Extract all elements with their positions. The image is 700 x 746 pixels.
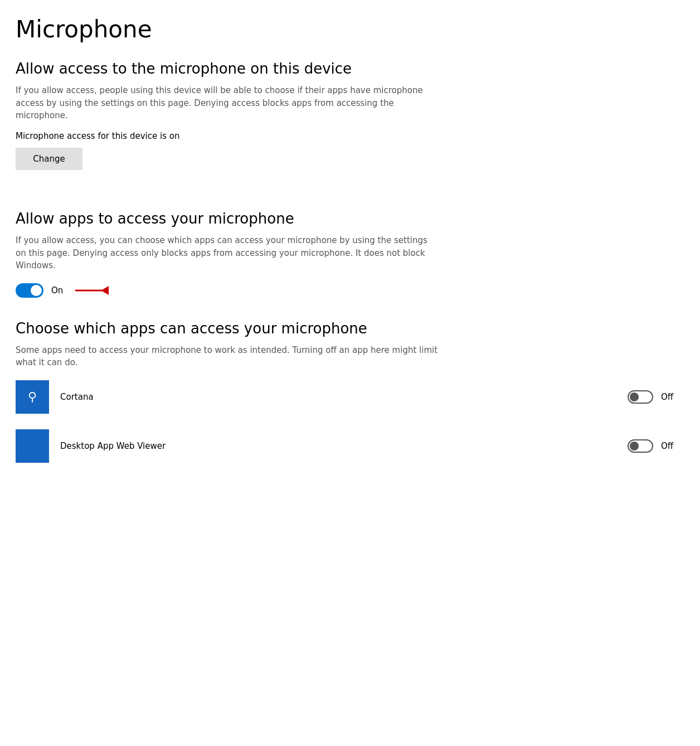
app-list: ⚲ Cortana Off Desktop App Web Viewer Off [16,380,678,463]
cortana-toggle-label: Off [661,392,678,402]
section-choose-apps: Choose which apps can access your microp… [16,320,678,463]
section3-description: Some apps need to access your microphone… [16,344,439,369]
section2-description: If you allow access, you can choose whic… [16,234,439,272]
device-access-status: Microphone access for this device is on [16,131,678,141]
desktop-viewer-app-name: Desktop App Web Viewer [60,441,261,451]
desktop-viewer-toggle-label: Off [661,441,678,451]
apps-access-toggle-row: On [16,283,678,298]
cortana-icon: ⚲ [16,380,49,414]
section1-heading: Allow access to the microphone on this d… [16,60,678,77]
section-device-access: Allow access to the microphone on this d… [16,60,678,192]
page-title: Microphone [16,17,678,42]
cortana-toggle-knob [630,393,639,401]
desktop-viewer-toggle-knob [630,442,639,450]
desktop-viewer-icon [16,429,49,463]
app-item-cortana: ⚲ Cortana Off [16,380,678,414]
apps-access-toggle[interactable] [16,283,43,298]
cortana-search-glyph: ⚲ [28,390,37,404]
app-item-desktop-viewer: Desktop App Web Viewer Off [16,429,678,463]
toggle-knob [31,285,42,296]
red-arrow-icon [75,286,109,295]
cortana-toggle[interactable] [628,390,653,404]
arrow-annotation [75,286,109,295]
apps-access-toggle-label: On [51,285,63,296]
section2-heading: Allow apps to access your microphone [16,210,678,227]
cortana-app-name: Cortana [60,392,261,402]
section1-description: If you allow access, people using this d… [16,84,439,122]
desktop-viewer-toggle-row: Off [628,439,678,453]
section3-heading: Choose which apps can access your microp… [16,320,678,337]
desktop-viewer-toggle[interactable] [628,439,653,453]
section-apps-access: Allow apps to access your microphone If … [16,210,678,298]
change-button[interactable]: Change [16,148,82,170]
cortana-toggle-row: Off [628,390,678,404]
